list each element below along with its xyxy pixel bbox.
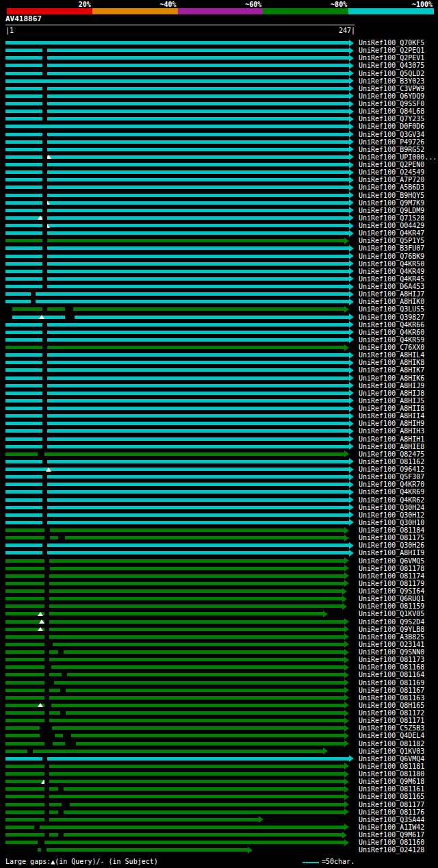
alignment-bar[interactable] bbox=[5, 665, 344, 669]
subject-id-label[interactable]: UniRef100_Q2PEV1 bbox=[359, 54, 424, 62]
subject-id-label[interactable]: UniRef100_O81180 bbox=[359, 770, 424, 778]
alignment-bar[interactable] bbox=[5, 620, 344, 624]
alignment-bar[interactable] bbox=[5, 407, 349, 410]
subject-id-label[interactable]: UniRef100_O81162 bbox=[359, 458, 424, 465]
alignment-bar[interactable] bbox=[5, 810, 344, 814]
alignment-bar[interactable] bbox=[5, 803, 344, 806]
alignment-bar[interactable] bbox=[5, 72, 349, 75]
subject-id-label[interactable]: UniRef100_D0F0D6 bbox=[359, 123, 424, 130]
alignment-bar[interactable] bbox=[5, 681, 344, 685]
alignment-bar[interactable] bbox=[5, 650, 344, 654]
subject-id-label[interactable]: UniRef100_Q9YLB8 bbox=[359, 626, 424, 633]
alignment-bar[interactable] bbox=[5, 117, 349, 120]
subject-id-label[interactable]: UniRef100_A8HIK0 bbox=[359, 298, 424, 305]
subject-id-label[interactable]: UniRef100_O24128 bbox=[359, 846, 424, 854]
alignment-bar[interactable] bbox=[5, 194, 349, 197]
subject-id-label[interactable]: UniRef100_Q9M7K9 bbox=[359, 199, 424, 207]
subject-id-label[interactable]: UniRef100_A8HIK7 bbox=[359, 366, 424, 374]
alignment-bar[interactable] bbox=[5, 392, 349, 395]
subject-id-label[interactable]: UniRef100_Q9SSF0 bbox=[359, 100, 424, 107]
alignment-bar[interactable] bbox=[5, 56, 349, 60]
subject-id-label[interactable]: UniRef100_Q30H12 bbox=[359, 511, 424, 519]
subject-id-label[interactable]: UniRef100_A5B6D3 bbox=[359, 183, 424, 191]
subject-id-label[interactable]: UniRef100_A8HIH3 bbox=[359, 427, 424, 435]
subject-id-label[interactable]: UniRef100_Q4KR45 bbox=[359, 275, 424, 283]
subject-id-label[interactable]: UniRef100_A8HIJ9 bbox=[359, 382, 424, 390]
subject-id-label[interactable]: UniRef100_A8HIJ7 bbox=[359, 290, 424, 298]
subject-id-label[interactable]: UniRef100_A8HIE8 bbox=[359, 443, 424, 450]
subject-id-label[interactable]: UniRef100_O81172 bbox=[359, 709, 424, 717]
alignment-bar[interactable] bbox=[5, 64, 349, 67]
subject-id-label[interactable]: UniRef100_Q3LUS5 bbox=[359, 305, 424, 313]
alignment-bar[interactable] bbox=[5, 536, 344, 539]
alignment-bar[interactable] bbox=[5, 148, 349, 151]
alignment-bar[interactable] bbox=[5, 757, 349, 761]
alignment-bar[interactable] bbox=[5, 346, 344, 349]
subject-id-label[interactable]: UniRef100_O81160 bbox=[359, 839, 424, 846]
subject-id-label[interactable]: UniRef100_Q43075 bbox=[359, 62, 424, 69]
alignment-bar[interactable] bbox=[5, 711, 344, 715]
alignment-bar[interactable] bbox=[5, 140, 349, 144]
subject-id-label[interactable]: UniRef100_B3FU07 bbox=[359, 244, 424, 252]
subject-id-label[interactable]: UniRef100_Q3GV34 bbox=[359, 131, 424, 138]
subject-id-label[interactable]: UniRef100_Q4KR70 bbox=[359, 481, 424, 488]
subject-id-label[interactable]: UniRef100_Q82475 bbox=[359, 450, 424, 458]
alignment-bar[interactable] bbox=[5, 468, 349, 471]
subject-id-label[interactable]: UniRef100_O81164 bbox=[359, 671, 424, 678]
alignment-bar[interactable] bbox=[5, 246, 349, 250]
alignment-bar[interactable] bbox=[5, 475, 349, 478]
subject-id-label[interactable]: UniRef100_A8HII9 bbox=[359, 549, 424, 557]
subject-id-label[interactable]: UniRef100_Q4KR50 bbox=[359, 260, 424, 268]
subject-id-label[interactable]: UniRef100_O81179 bbox=[359, 580, 424, 587]
alignment-bar[interactable] bbox=[5, 270, 349, 273]
subject-id-label[interactable]: UniRef100_Q5P1Y5 bbox=[359, 237, 424, 244]
alignment-bar[interactable] bbox=[5, 186, 349, 189]
alignment-bar[interactable] bbox=[5, 94, 349, 98]
subject-id-label[interactable]: UniRef100_A8HIH1 bbox=[359, 435, 424, 443]
alignment-bar[interactable] bbox=[5, 589, 342, 593]
alignment-bar[interactable] bbox=[5, 429, 349, 433]
alignment-bar[interactable] bbox=[5, 765, 344, 768]
subject-id-label[interactable]: UniRef100_A3B825 bbox=[359, 633, 424, 641]
subject-id-label[interactable]: UniRef100_O81171 bbox=[359, 717, 424, 724]
subject-id-label[interactable]: UniRef100_O81173 bbox=[359, 656, 424, 663]
alignment-bar[interactable] bbox=[5, 79, 349, 83]
alignment-bar[interactable] bbox=[5, 734, 344, 737]
alignment-bar[interactable] bbox=[38, 848, 248, 852]
subject-id-label[interactable]: UniRef100_A8HIH9 bbox=[359, 420, 424, 427]
alignment-bar[interactable] bbox=[5, 483, 349, 486]
alignment-bar[interactable] bbox=[5, 338, 349, 342]
alignment-bar[interactable] bbox=[5, 498, 349, 502]
alignment-bar[interactable] bbox=[5, 795, 344, 798]
subject-id-label[interactable]: UniRef100_Q4KR49 bbox=[359, 268, 424, 275]
alignment-bar[interactable] bbox=[5, 216, 349, 220]
subject-id-label[interactable]: UniRef100_C3VPW9 bbox=[359, 85, 424, 92]
alignment-bar[interactable] bbox=[5, 452, 344, 456]
alignment-bar[interactable] bbox=[5, 742, 344, 745]
alignment-bar[interactable] bbox=[5, 49, 349, 52]
alignment-bar[interactable] bbox=[5, 673, 344, 676]
subject-id-label[interactable]: UniRef100_Q9S2D4 bbox=[359, 618, 424, 626]
subject-id-label[interactable]: UniRef100_Q4KR66 bbox=[359, 321, 424, 329]
subject-id-label[interactable]: UniRef100_Q39827 bbox=[359, 314, 424, 321]
alignment-bar[interactable] bbox=[5, 292, 349, 296]
subject-id-label[interactable]: UniRef100_O04429 bbox=[359, 222, 424, 229]
subject-id-label[interactable]: UniRef100_A1IW42 bbox=[359, 824, 424, 831]
subject-id-label[interactable]: UniRef100_Q2PEQ1 bbox=[359, 47, 424, 54]
subject-id-label[interactable]: UniRef100_O81177 bbox=[359, 801, 424, 808]
subject-id-label[interactable]: UniRef100_C5Z5B3 bbox=[359, 724, 424, 732]
alignment-bar[interactable] bbox=[5, 460, 349, 463]
subject-id-label[interactable]: UniRef100_O81176 bbox=[359, 808, 424, 816]
subject-id-label[interactable]: UniRef100_B9HQY5 bbox=[359, 192, 424, 199]
subject-id-label[interactable]: UniRef100_Q71S28 bbox=[359, 214, 424, 222]
alignment-bar[interactable] bbox=[5, 719, 344, 722]
subject-id-label[interactable]: UniRef100_Q7Y235 bbox=[359, 115, 424, 123]
alignment-bar[interactable] bbox=[5, 818, 259, 821]
alignment-bar[interactable] bbox=[5, 155, 349, 159]
alignment-bar[interactable] bbox=[5, 323, 349, 327]
alignment-bar[interactable] bbox=[5, 87, 349, 90]
subject-id-label[interactable]: UniRef100_Q4DEL4 bbox=[359, 732, 424, 739]
alignment-bar[interactable] bbox=[5, 521, 349, 524]
subject-id-label[interactable]: UniRef100_O81174 bbox=[359, 572, 424, 580]
subject-id-label[interactable]: UniRef100_Q6VMQ4 bbox=[359, 755, 424, 763]
